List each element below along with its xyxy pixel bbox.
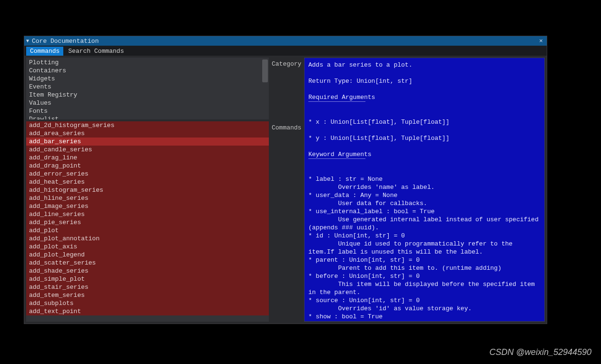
command-item[interactable]: add_error_series xyxy=(26,170,269,178)
doc-line xyxy=(308,110,541,118)
doc-line: Overrides 'id' as value storage key. xyxy=(308,305,541,313)
command-item[interactable]: add_plot_annotation xyxy=(26,235,269,243)
labels-column: Category Commands xyxy=(272,58,301,322)
collapse-icon[interactable]: ▼ xyxy=(26,39,29,44)
command-item[interactable]: add_histogram_series xyxy=(26,186,269,194)
commands-list[interactable]: add_2d_histogram_seriesadd_area_seriesad… xyxy=(26,121,269,322)
doc-line: * label : str = None xyxy=(308,175,541,183)
doc-line: Return Type: Union[int, str] xyxy=(308,77,541,85)
command-item[interactable]: add_shade_series xyxy=(26,267,269,275)
category-item[interactable]: Events xyxy=(29,83,266,91)
doc-line: Attempt to render widget. xyxy=(308,321,541,322)
commands-label: Commands xyxy=(272,123,301,132)
command-item[interactable]: add_2d_histogram_series xyxy=(26,121,269,129)
doc-line xyxy=(308,102,541,110)
category-list[interactable]: PlottingContainersWidgetsEventsItem Regi… xyxy=(26,58,269,119)
category-label: Category xyxy=(272,59,301,121)
doc-line: * source : Union[int, str] = 0 xyxy=(308,296,541,305)
titlebar[interactable]: ▼ Core Documentation × xyxy=(24,36,547,46)
command-item[interactable]: add_bar_series xyxy=(26,138,269,146)
command-item[interactable]: add_image_series xyxy=(26,202,269,210)
command-item[interactable]: add_subplots xyxy=(26,299,269,307)
command-item[interactable]: add_plot_axis xyxy=(26,243,269,251)
command-item[interactable]: add_candle_series xyxy=(26,146,269,154)
doc-line xyxy=(308,126,541,134)
command-item[interactable]: add_stem_series xyxy=(26,291,269,299)
doc-line: User data for callbacks. xyxy=(308,199,541,207)
command-item[interactable]: add_area_series xyxy=(26,129,269,138)
doc-line: * y : Union[List[float], Tuple[float]] xyxy=(308,134,541,142)
doc-line: * user_data : Any = None xyxy=(308,191,541,199)
tab-search-commands[interactable]: Search Commands xyxy=(64,47,128,56)
command-item[interactable]: add_drag_point xyxy=(26,162,269,170)
doc-line: Parent to add this item to. (runtime add… xyxy=(308,264,541,272)
doc-line xyxy=(308,69,541,77)
command-item[interactable]: add_scatter_series xyxy=(26,259,269,267)
doc-line xyxy=(308,167,541,175)
command-item[interactable]: add_heat_series xyxy=(26,178,269,186)
category-item[interactable]: Widgets xyxy=(29,75,266,83)
doc-line xyxy=(308,159,541,167)
doc-line: Adds a bar series to a plot. xyxy=(308,61,541,69)
close-icon[interactable]: × xyxy=(537,38,545,45)
category-item[interactable]: Values xyxy=(29,99,266,107)
doc-line: Unique id used to programmatically refer… xyxy=(308,240,541,256)
doc-line: * id : Union[int, str] = 0 xyxy=(308,232,541,240)
category-scrollbar[interactable] xyxy=(262,59,268,82)
doc-line: * before : Union[int, str] = 0 xyxy=(308,272,541,280)
category-item[interactable]: Drawlist xyxy=(29,115,266,119)
command-item[interactable]: add_pie_series xyxy=(26,218,269,226)
command-item[interactable]: add_plot_legend xyxy=(26,251,269,259)
command-item[interactable]: add_plot xyxy=(26,226,269,235)
command-item[interactable]: add_hline_series xyxy=(26,194,269,202)
documentation-window: ▼ Core Documentation × Commands Search C… xyxy=(24,36,547,324)
tab-bar: Commands Search Commands xyxy=(24,46,547,56)
doc-line: * use_internal_label : bool = True xyxy=(308,207,541,216)
doc-line xyxy=(308,85,541,93)
right-column: Adds a bar series to a plot. Return Type… xyxy=(304,58,545,322)
tab-commands[interactable]: Commands xyxy=(26,47,63,56)
doc-line: Keyword Arguments xyxy=(308,150,541,158)
doc-line: Required Arguments xyxy=(308,93,541,101)
category-item[interactable]: Fonts xyxy=(29,107,266,115)
window-title: Core Documentation xyxy=(32,38,537,45)
content-area: PlottingContainersWidgetsEventsItem Regi… xyxy=(24,56,547,324)
command-item[interactable]: add_drag_line xyxy=(26,154,269,162)
doc-line: Use generated internal label instead of … xyxy=(308,216,541,232)
command-item[interactable]: add_text_point xyxy=(26,307,269,315)
command-item[interactable]: add_line_series xyxy=(26,210,269,218)
category-item[interactable]: Containers xyxy=(29,67,266,75)
command-item[interactable]: add_simple_plot xyxy=(26,275,269,283)
category-item[interactable]: Item Registry xyxy=(29,91,266,99)
doc-panel[interactable]: Adds a bar series to a plot. Return Type… xyxy=(304,58,545,322)
category-item[interactable]: Plotting xyxy=(29,59,266,67)
doc-line: * x : Union[List[float], Tuple[float]] xyxy=(308,118,541,126)
left-column: PlottingContainersWidgetsEventsItem Regi… xyxy=(26,58,269,322)
doc-line: This item will be displayed before the s… xyxy=(308,280,541,296)
doc-line xyxy=(308,142,541,150)
doc-line: Overrides 'name' as label. xyxy=(308,183,541,191)
doc-line: * parent : Union[int, str] = 0 xyxy=(308,256,541,264)
doc-line: * show : bool = True xyxy=(308,313,541,321)
command-item[interactable]: add_stair_series xyxy=(26,283,269,291)
watermark: CSDN @weixin_52944590 xyxy=(490,347,591,357)
